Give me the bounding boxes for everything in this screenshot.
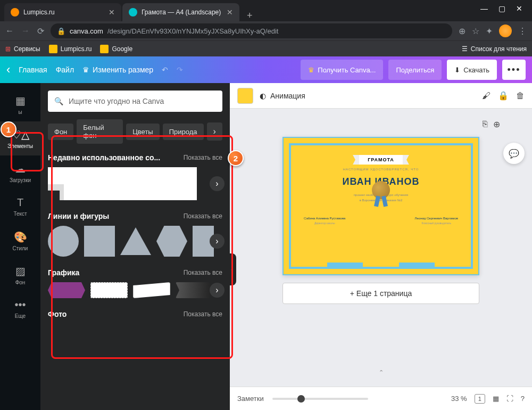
certificate-page[interactable]: ГРАМОТА НАСТОЯЩИМ УДОСТОВЕРЯЕТСЯ, ЧТО ИВ… [282, 137, 479, 275]
paint-roller-icon[interactable]: 🖌 [482, 91, 491, 101]
element-banner[interactable] [90, 282, 128, 298]
bookmark-item[interactable]: Google [100, 45, 132, 53]
rail-templates[interactable]: ▦ ы [0, 87, 40, 121]
get-pro-button[interactable]: ♛ Получить Canva... [301, 60, 383, 80]
chip[interactable]: Фон [48, 124, 73, 140]
add-page-icon[interactable]: ⊕ [493, 119, 500, 129]
file-button[interactable]: Файл [56, 65, 74, 74]
grid-view-icon[interactable]: ▦ [493, 395, 499, 403]
extensions-icon[interactable]: ✦ [486, 26, 493, 36]
download-button[interactable]: ⬇ Скачать [447, 60, 497, 80]
new-tab-button[interactable]: + [240, 10, 259, 21]
sig-role: Директор школы [304, 222, 345, 225]
bookmark-item[interactable]: Lumpics.ru [49, 45, 92, 53]
canvas-area: ◐ Анимация 🖌 🔒 🗑 ⎘ ⊕ 💬 ГРАМОТА НАСТОЯЩИМ… [230, 83, 532, 410]
section-graphics-title: Графика [48, 268, 79, 277]
list-icon: ☰ [462, 45, 468, 53]
rail-text[interactable]: T Текст [0, 190, 40, 224]
color-swatch[interactable] [237, 88, 253, 104]
lock-icon: 🔒 [57, 27, 65, 35]
show-all-link[interactable]: Показать все [184, 154, 222, 161]
canva-topbar: ‹ Главная Файл ♛ Изменить размер ↶ ↷ ♛ П… [0, 56, 532, 83]
chip[interactable]: Цветы [126, 124, 159, 140]
chip[interactable]: Природа [163, 124, 204, 140]
more-button[interactable]: ••• [502, 60, 526, 80]
rail-background[interactable]: ▨ Фон [0, 258, 40, 292]
close-icon[interactable]: ✕ [516, 4, 522, 13]
cloud-icon: ☁ [15, 162, 26, 175]
canvas-toolbar: ◐ Анимация 🖌 🔒 🗑 [230, 83, 532, 109]
templates-icon: ▦ [15, 94, 26, 107]
trash-icon[interactable]: 🗑 [516, 91, 525, 101]
duplicate-page-icon[interactable]: ⎘ [483, 119, 488, 129]
chips-scroll-right[interactable]: › [207, 122, 222, 141]
search-input[interactable]: 🔍 Ищите что угодно на Canva [48, 91, 222, 112]
resize-button[interactable]: ♛ Изменить размер [82, 65, 153, 74]
forward-icon[interactable]: → [21, 26, 30, 36]
fullscreen-icon[interactable]: ⛶ [506, 395, 513, 403]
tab-title: Lumpics.ru [23, 9, 55, 16]
rail-uploads[interactable]: ☁ Загрузки [0, 155, 40, 190]
scroll-right[interactable]: › [210, 283, 225, 298]
rail-styles[interactable]: 🎨 Стили [0, 224, 40, 258]
undo-button[interactable]: ↶ [162, 65, 168, 74]
hatch-icon: ▨ [15, 265, 26, 277]
zoom-slider[interactable] [272, 398, 368, 400]
share-button[interactable]: Поделиться [388, 60, 442, 80]
back-button[interactable]: ‹ [6, 63, 10, 77]
nav-icons: ← → ⟳ [5, 26, 44, 36]
menu-icon[interactable]: ⋮ [518, 26, 527, 36]
search-placeholder: Ищите что угодно на Canva [69, 97, 164, 105]
avatar[interactable] [499, 24, 512, 37]
element-square[interactable] [84, 226, 115, 257]
chip[interactable]: Белый фон [77, 119, 123, 144]
element-banner[interactable] [176, 282, 213, 298]
show-all-link[interactable]: Показать все [184, 310, 222, 318]
cert-bottom-bars [291, 263, 471, 267]
element-hexagon[interactable] [156, 226, 187, 257]
comment-button[interactable]: 💬 [503, 143, 525, 164]
bookmarks-bar: ⊞ Сервисы Lumpics.ru Google ☰ Список для… [0, 40, 532, 56]
apps-button[interactable]: ⊞ Сервисы [5, 45, 40, 53]
element-triangle[interactable] [120, 227, 151, 255]
star-icon[interactable]: ☆ [472, 26, 479, 36]
folder-icon [49, 45, 57, 53]
tab-close-icon[interactable]: ✕ [109, 8, 115, 17]
notes-button[interactable]: Заметки [237, 395, 264, 403]
minimize-icon[interactable]: — [480, 4, 488, 13]
url-field[interactable]: 🔒 canva.com/design/DAEnVfv93X0/nYNJMx5yJ… [51, 23, 452, 38]
reading-list-button[interactable]: ☰ Список для чтения [462, 45, 527, 53]
tab-canva[interactable]: Грамота — A4 (Landscape) ✕ [122, 3, 239, 21]
maximize-icon[interactable]: ▢ [498, 4, 505, 13]
annotation-marker-2: 2 [228, 150, 244, 166]
element-banner[interactable] [48, 282, 85, 298]
tab-lumpics[interactable]: Lumpics.ru ✕ [4, 3, 121, 21]
redo-button[interactable]: ↷ [177, 65, 183, 74]
help-icon[interactable]: ? [521, 395, 525, 403]
gtranslate-icon[interactable]: ⊕ [459, 26, 466, 36]
scroll-right[interactable]: › [210, 176, 225, 191]
home-button[interactable]: Главная [19, 65, 47, 74]
reload-icon[interactable]: ⟳ [37, 26, 44, 36]
ext-icons: ⊕ ☆ ✦ ⋮ [459, 24, 527, 37]
page-indicator[interactable]: 1 [475, 394, 485, 404]
sig-name: Сабина Алиевна Рустамова [304, 217, 345, 220]
download-icon: ⬇ [454, 66, 460, 74]
tab-strip: Lumpics.ru ✕ Грамота — A4 (Landscape) ✕ … [0, 0, 532, 21]
add-page-button[interactable]: + Еще 1 страница [282, 283, 479, 304]
lock-icon[interactable]: 🔒 [498, 91, 509, 101]
element-ribbon[interactable] [48, 167, 197, 200]
scroll-right[interactable]: › [210, 234, 225, 249]
show-all-link[interactable]: Показать все [184, 212, 222, 220]
canvas-scroll[interactable]: ⎘ ⊕ 💬 ГРАМОТА НАСТОЯЩИМ УДОСТОВЕРЯЕТСЯ, … [230, 109, 532, 387]
show-all-link[interactable]: Показать все [184, 269, 222, 276]
chip-row: Фон Белый фон Цветы Природа › [48, 119, 222, 144]
element-banner[interactable] [133, 282, 170, 298]
zoom-value[interactable]: 33 % [451, 395, 467, 403]
back-icon[interactable]: ← [5, 26, 14, 36]
element-circle[interactable] [48, 226, 79, 257]
tab-close-icon[interactable]: ✕ [227, 8, 233, 17]
animation-button[interactable]: ◐ Анимация [260, 92, 305, 100]
expand-icon[interactable]: ⌃ [379, 369, 384, 376]
rail-more[interactable]: ••• Еще [0, 292, 40, 326]
